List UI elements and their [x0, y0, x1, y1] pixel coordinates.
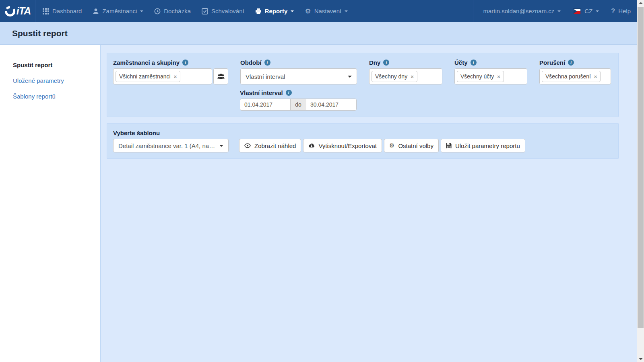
field-label: Období i	[240, 59, 357, 66]
help-link[interactable]: ? Help	[611, 8, 631, 15]
save-icon	[446, 143, 452, 148]
show-preview-button[interactable]: Zobrazit náhled	[239, 139, 301, 152]
custom-interval-group: Vlastní interval i 01.04.2017 do 30.04.2…	[240, 89, 357, 111]
check-square-icon	[202, 8, 208, 14]
info-icon[interactable]: i	[568, 60, 574, 66]
violations-tag-input[interactable]: Všechna porušení ×	[539, 68, 611, 84]
caret-down-icon	[557, 10, 561, 14]
field-label: Zaměstnanci a skupiny i	[113, 59, 228, 66]
gear-icon: ⚙	[305, 7, 311, 15]
main-content: Zaměstnanci a skupiny i Všichni zaměstna…	[101, 45, 637, 362]
nav-item-dochazka[interactable]: Docházka	[154, 8, 191, 14]
field-label-text: Porušení	[539, 59, 565, 66]
help-label: Help	[618, 8, 631, 14]
nav-item-reporty[interactable]: Reporty	[255, 8, 294, 14]
question-icon: ?	[611, 8, 615, 15]
sidebar-item-sablony-reportu[interactable]: Šablony reportů	[0, 88, 100, 104]
tag-label: Všechny dny	[375, 73, 407, 80]
caret-down-icon	[345, 10, 348, 14]
field-period: Období i Vlastní interval	[240, 59, 357, 84]
nav-item-nastaveni[interactable]: ⚙ Nastavení	[305, 7, 348, 15]
date-to-input[interactable]: 30.04.2017	[306, 99, 357, 111]
other-options-button[interactable]: ⚙ Ostatní volby	[384, 139, 439, 152]
tag-label: Všechna porušení	[545, 73, 591, 80]
nav-label: Nastavení	[314, 8, 342, 14]
template-label: Vyberte šablonu	[113, 130, 612, 136]
navbar-user-area: martin.soldan@seznam.cz CZ ? Help	[473, 0, 637, 22]
language-code: CZ	[584, 8, 592, 14]
remove-tag-icon[interactable]: ×	[594, 74, 597, 79]
info-icon[interactable]: i	[264, 60, 270, 66]
tag-chip: Všechna porušení ×	[542, 71, 601, 82]
eye-icon	[244, 142, 251, 149]
template-panel: Vyberte šablonu Detail zaměstnance var. …	[107, 123, 619, 159]
selected-value: Detail zaměstnance var. 1 (A4, na vý...	[118, 142, 216, 149]
button-label: Uložit parametry reportu	[455, 142, 520, 149]
nav-label: Reporty	[265, 8, 288, 14]
page-title: Spustit report	[12, 29, 68, 38]
info-icon[interactable]: i	[383, 60, 389, 66]
main-menu: Dashboard Zaměstnanci Docházka Schvalová…	[35, 0, 348, 22]
scrollbar[interactable]	[637, 0, 644, 362]
page-header: Spustit report	[0, 22, 637, 45]
field-label-text: Zaměstnanci a skupiny	[113, 59, 180, 66]
remove-tag-icon[interactable]: ×	[411, 74, 414, 79]
czech-flag-icon	[573, 8, 581, 14]
sidebar-item-spustit-report[interactable]: Spustit report	[0, 57, 100, 73]
tag-label: Všechny účty	[460, 73, 494, 80]
field-label-text: Období	[240, 59, 262, 66]
button-label: Ostatní volby	[398, 142, 433, 149]
scroll-up-arrow-icon[interactable]	[639, 2, 643, 4]
field-employees: Zaměstnanci a skupiny i Všichni zaměstna…	[113, 59, 228, 84]
field-label: Porušení i	[539, 59, 611, 66]
tag-chip: Všechny účty ×	[457, 71, 504, 82]
field-label: Účty i	[454, 59, 527, 66]
nav-label: Schvalování	[211, 8, 244, 14]
field-accounts: Účty i Všechny účty ×	[454, 59, 527, 84]
selected-value: Vlastní interval	[246, 73, 285, 80]
remove-tag-icon[interactable]: ×	[497, 74, 500, 79]
date-from-input[interactable]: 01.04.2017	[240, 99, 291, 111]
period-select[interactable]: Vlastní interval	[240, 68, 357, 84]
template-select[interactable]: Detail zaměstnance var. 1 (A4, na vý...	[113, 139, 229, 152]
sidebar-item-ulozene-parametry[interactable]: Uložené parametry	[0, 73, 100, 88]
days-tag-input[interactable]: Všechny dny ×	[369, 68, 442, 84]
gear-icon: ⚙	[389, 142, 394, 149]
cloud-download-icon	[308, 142, 315, 149]
accounts-tag-input[interactable]: Všechny účty ×	[454, 68, 527, 84]
app-logo[interactable]: iTA	[0, 0, 35, 22]
filters-panel: Zaměstnanci a skupiny i Všichni zaměstna…	[107, 53, 619, 117]
user-menu[interactable]: martin.soldan@seznam.cz	[483, 8, 561, 14]
users-icon	[217, 73, 225, 80]
date-separator: do	[290, 99, 306, 111]
nav-item-zamestnanci[interactable]: Zaměstnanci	[93, 8, 143, 14]
remove-tag-icon[interactable]: ×	[174, 74, 177, 79]
employees-tag-input[interactable]: Všichni zaměstnanci ×	[113, 68, 212, 84]
info-icon[interactable]: i	[182, 60, 188, 66]
report-actions: Zobrazit náhled Vytisknout/Exportovat ⚙ …	[239, 139, 525, 152]
tag-chip: Všechny dny ×	[372, 71, 417, 82]
info-icon[interactable]: i	[286, 90, 292, 96]
clock-icon	[154, 8, 161, 14]
nav-label: Docházka	[164, 8, 191, 14]
caret-down-icon	[348, 76, 352, 80]
field-label: Dny i	[369, 59, 442, 66]
print-export-button[interactable]: Vytisknout/Exportovat	[303, 139, 382, 152]
caret-down-icon	[219, 145, 223, 149]
caret-down-icon	[140, 10, 143, 14]
scrollbar-thumb[interactable]	[638, 7, 644, 328]
scroll-down-arrow-icon[interactable]	[639, 358, 643, 360]
tag-label: Všichni zaměstnanci	[119, 73, 171, 80]
language-selector[interactable]: CZ	[573, 8, 599, 14]
field-label-text: Vlastní interval	[240, 89, 283, 96]
button-label: Zobrazit náhled	[254, 142, 296, 149]
nav-label: Zaměstnanci	[102, 8, 137, 14]
nav-item-schvalovani[interactable]: Schvalování	[202, 8, 244, 14]
save-report-params-button[interactable]: Uložit parametry reportu	[441, 139, 525, 152]
field-label-text: Dny	[369, 59, 380, 66]
printer-icon	[255, 8, 262, 14]
nav-item-dashboard[interactable]: Dashboard	[43, 8, 82, 14]
top-navbar: iTA Dashboard Zaměstnanci Docházka	[0, 0, 637, 22]
info-icon[interactable]: i	[471, 60, 477, 66]
select-employees-button[interactable]	[213, 68, 228, 84]
